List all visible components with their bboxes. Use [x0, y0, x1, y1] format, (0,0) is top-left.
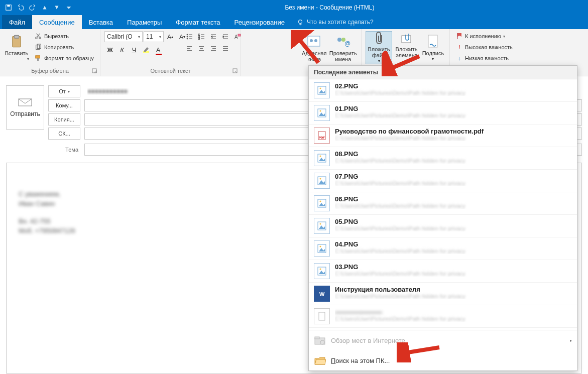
numbering-button[interactable]: 123: [196, 31, 207, 42]
attach-file-button[interactable]: Вложить файл▾: [366, 31, 392, 64]
tab-format[interactable]: Формат текста: [169, 15, 227, 29]
recent-item-name: 01.PNG: [335, 105, 572, 112]
tab-options[interactable]: Параметры: [120, 15, 169, 29]
clipboard-launcher[interactable]: [92, 68, 99, 75]
send-button[interactable]: Отправить: [6, 85, 44, 130]
browse-pc-label: Поиск на этом ПК...: [331, 357, 390, 364]
grow-font-button[interactable]: A▴: [165, 31, 176, 42]
font-size-combo[interactable]: 11▾: [144, 31, 164, 42]
italic-button[interactable]: К: [116, 44, 128, 55]
format-painter-button[interactable]: Формат по образцу: [32, 53, 96, 63]
svg-marker-2: [43, 6, 47, 10]
font-size-value: 11: [146, 33, 153, 40]
recent-item-path: C:\Users\User\Pictures\Demo\Path hidden …: [335, 271, 572, 277]
recent-item[interactable]: 06.PNGC:\Users\User\Pictures\Demo\Path h…: [309, 192, 577, 215]
recent-item-name: 06.PNG: [335, 195, 572, 203]
high-importance-button[interactable]: ! Высокая важность: [454, 42, 515, 52]
align-left-button[interactable]: [184, 43, 195, 54]
follow-up-button[interactable]: К исполнению▾: [454, 31, 507, 41]
png-file-icon: [314, 195, 330, 211]
cc-button[interactable]: Копия...: [48, 113, 80, 126]
paste-button[interactable]: Вставить ▾: [4, 31, 29, 64]
signature-button[interactable]: Подпись▾: [421, 31, 445, 64]
low-importance-button[interactable]: ↓ Низкая важность: [454, 53, 511, 63]
tell-me-search[interactable]: Что вы хотите сделать?: [297, 15, 374, 29]
cut-button[interactable]: Вырезать: [32, 31, 96, 41]
svg-point-91: [320, 246, 321, 247]
font-name-value: Calibri (О: [107, 33, 133, 40]
recent-item[interactable]: 02.PNGC:\Users\User\Pictures\Demo\Path h…: [309, 79, 577, 102]
svg-text:PDF: PDF: [319, 136, 325, 139]
subject-label: Тема: [48, 147, 80, 153]
png-file-icon: [314, 173, 330, 189]
to-button[interactable]: Кому...: [48, 99, 80, 111]
font-name-combo[interactable]: Calibri (О▾: [104, 31, 143, 42]
svg-rect-17: [37, 58, 39, 61]
svg-point-88: [320, 223, 321, 225]
save-button[interactable]: [3, 2, 14, 13]
from-label: От: [59, 88, 66, 94]
recent-item[interactable]: WИнструкция пользователяC:\Users\User\Pi…: [309, 283, 577, 305]
recent-item[interactable]: 08.PNGC:\Users\User\Pictures\Demo\Path h…: [309, 147, 577, 170]
recent-item[interactable]: 01.PNGC:\Users\User\Pictures\Demo\Path h…: [309, 102, 577, 124]
underline-button[interactable]: Ч: [129, 44, 140, 55]
svg-rect-1: [7, 5, 10, 7]
tab-review[interactable]: Рецензирование: [227, 15, 292, 29]
browse-pc-action[interactable]: Поиск на этом ПК...: [309, 350, 577, 370]
recent-item[interactable]: PDFРуководство по финансовой грамотности…: [309, 124, 577, 147]
attach-file-dropdown: Последние элементы 02.PNGC:\Users\User\P…: [308, 65, 577, 371]
png-file-icon: [314, 82, 330, 98]
browse-web-label: Обзор мест в Интернете: [331, 337, 405, 344]
check-names-button[interactable]: @ Проверить имена: [329, 31, 358, 64]
from-button[interactable]: От ▾: [48, 85, 80, 97]
recent-item-name: 02.PNG: [335, 82, 572, 90]
browse-web-action[interactable]: Обзор мест в Интернете ▸: [309, 330, 577, 350]
svg-line-22: [235, 71, 237, 73]
address-book-button[interactable]: Адресная книга: [300, 31, 328, 64]
attach-item-button[interactable]: Вложить элемент▾: [393, 31, 420, 64]
bcc-button[interactable]: СК...: [48, 128, 80, 140]
copy-button[interactable]: Копировать: [32, 42, 96, 52]
redo-button[interactable]: [27, 2, 38, 13]
window-title: Без имени - Сообщение (HTML): [74, 4, 585, 11]
svg-marker-3: [55, 6, 59, 10]
recent-item-path: C:\Users\User\Pictures\Demo\Path hidden …: [335, 203, 572, 209]
svg-rect-9: [14, 35, 19, 38]
tab-message[interactable]: Сообщение: [32, 15, 82, 29]
align-justify-button[interactable]: [220, 43, 231, 54]
bullets-button[interactable]: [184, 31, 195, 42]
clear-format-button[interactable]: A: [232, 31, 243, 42]
align-center-button[interactable]: [196, 43, 207, 54]
recent-item-name: 08.PNG: [335, 150, 572, 158]
svg-text:3: 3: [198, 37, 200, 40]
bold-button[interactable]: Ж: [104, 44, 115, 55]
recent-item[interactable]: 05.PNGC:\Users\User\Pictures\Demo\Path h…: [309, 215, 577, 237]
recent-item-path: C:\Users\User\Pictures\Demo\Path hidden …: [335, 248, 572, 254]
recent-item[interactable]: 03.PNGC:\Users\User\Pictures\Demo\Path h…: [309, 260, 577, 283]
png-file-icon: [314, 263, 330, 279]
svg-marker-38: [211, 36, 212, 38]
qat-customize[interactable]: [63, 2, 74, 13]
recent-items-list: 02.PNGC:\Users\User\Pictures\Demo\Path h…: [309, 79, 577, 328]
basictext-launcher[interactable]: [232, 68, 240, 75]
next-button[interactable]: [51, 2, 62, 13]
indent-dec-button[interactable]: [208, 31, 219, 42]
svg-text:@: @: [344, 40, 350, 47]
recent-item[interactable]: 04.PNGC:\Users\User\Pictures\Demo\Path h…: [309, 237, 577, 260]
recent-item-path: C:\Users\User\Pictures\Demo\Path hidden …: [335, 293, 572, 299]
recent-item-name: 03.PNG: [335, 263, 572, 271]
recent-item[interactable]: –––––––––––––C:\Users\User\Pictures\Demo…: [309, 305, 577, 328]
font-color-button[interactable]: A: [153, 44, 164, 55]
png-file-icon: [314, 218, 330, 234]
tab-file[interactable]: Файл: [2, 15, 32, 29]
tab-insert[interactable]: Вставка: [82, 15, 120, 29]
recent-item[interactable]: 07.PNGC:\Users\User\Pictures\Demo\Path h…: [309, 170, 577, 192]
svg-rect-63: [402, 36, 411, 43]
prev-button[interactable]: [39, 2, 50, 13]
undo-button[interactable]: [15, 2, 26, 13]
indent-inc-button[interactable]: [220, 31, 231, 42]
svg-point-10: [36, 37, 38, 39]
align-right-button[interactable]: [208, 43, 219, 54]
svg-marker-42: [223, 36, 224, 38]
highlight-button[interactable]: [141, 44, 152, 55]
